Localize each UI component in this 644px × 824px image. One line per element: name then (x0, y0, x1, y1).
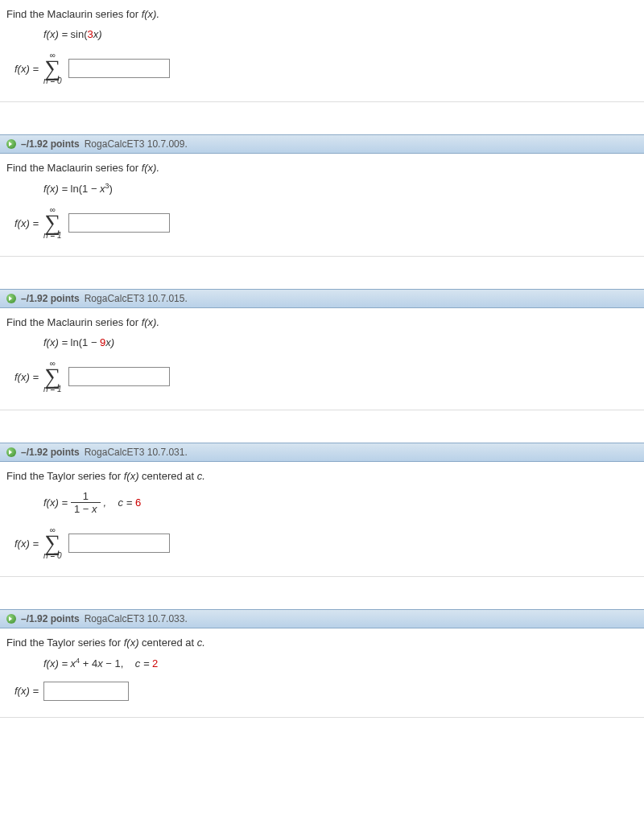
sigma-bottom: n = 1 (43, 232, 62, 240)
fx-equals: f(x) = (14, 538, 39, 550)
sigma-icon: ∞ ∑ n = 1 (43, 206, 62, 240)
question-body: Find the Maclaurin series for f(x). f(x)… (0, 154, 644, 257)
expand-icon[interactable] (6, 294, 16, 303)
func-lhs: f(x) = (43, 658, 71, 670)
prompt-c: c. (197, 470, 205, 482)
sigma-icon: ∞ ∑ n = 1 (43, 360, 62, 393)
answer-input[interactable] (68, 59, 170, 78)
fx-equals: f(x) = (14, 371, 39, 383)
func-rhs-c: x) (93, 28, 102, 40)
answer-input[interactable] (68, 367, 170, 386)
answer-input[interactable] (68, 534, 170, 553)
prompt-fx: f(x). (142, 162, 159, 174)
c-label: c = (135, 658, 152, 670)
prompt-text: Find the Maclaurin series for f(x). (6, 162, 638, 174)
function-definition: f(x) = ln(1 − x3) (43, 182, 638, 195)
sigma-bottom: n = 1 (43, 385, 62, 393)
function-definition: f(x) = x4 + 4x − 1, c = 2 (43, 657, 638, 670)
question-1: Find the Maclaurin series for f(x). f(x)… (0, 0, 644, 102)
source-label: RogaCalcET3 10.7.033. (85, 613, 188, 624)
points-label: –/1.92 points (21, 447, 80, 458)
sigma-bottom: n = 0 (43, 552, 62, 560)
function-definition: f(x) = ln(1 − 9x) (43, 336, 638, 348)
expand-icon[interactable] (6, 614, 16, 624)
prompt-c: c. (197, 637, 205, 649)
prompt-post: centered at (139, 637, 197, 649)
frac-num: 1 (71, 490, 101, 503)
question-body: Find the Taylor series for f(x) centered… (0, 462, 644, 577)
func-rhs-c: x) (105, 336, 114, 348)
fx-equals: f(x) = (14, 217, 39, 229)
c-value: 2 (152, 658, 158, 670)
fraction: 1 1 − x (71, 490, 101, 515)
func-rhs-e: − 1, (103, 658, 135, 670)
sigma-symbol: ∑ (44, 534, 60, 552)
prompt-text: Find the Taylor series for f(x) centered… (6, 470, 638, 482)
question-header[interactable]: –/1.92 points RogaCalcET3 10.7.033. (0, 609, 644, 628)
den-b: x (92, 503, 97, 515)
func-rhs-a: sin( (71, 28, 88, 40)
source-label: RogaCalcET3 10.7.009. (85, 138, 188, 150)
question-body: Find the Maclaurin series for f(x). f(x)… (0, 308, 644, 410)
func-rhs-a: ln(1 − (71, 336, 101, 348)
sigma-icon: ∞ ∑ n = 0 (43, 52, 62, 85)
sigma-bottom: n = 0 (43, 77, 62, 85)
prompt-fx: f(x) (124, 470, 139, 482)
prompt-post: centered at (139, 470, 197, 482)
expand-icon[interactable] (6, 447, 16, 457)
prompt-fx: f(x). (142, 8, 159, 20)
question-4: –/1.92 points RogaCalcET3 10.7.031. Find… (0, 443, 644, 577)
prompt-text: Find the Maclaurin series for f(x). (6, 8, 638, 20)
expand-icon[interactable] (6, 139, 16, 149)
func-rhs-c: + 4 (80, 658, 97, 670)
func-lhs: f(x) = (43, 28, 71, 40)
answer-row: f(x) = ∞ ∑ n = 0 (14, 52, 638, 85)
prompt-fx: f(x) (124, 637, 139, 649)
fx-equals: f(x) = (14, 63, 39, 75)
prompt-pre: Find the Taylor series for (6, 470, 124, 482)
prompt-pre: Find the Maclaurin series for (6, 316, 142, 328)
prompt-pre: Find the Taylor series for (6, 637, 124, 649)
question-2: –/1.92 points RogaCalcET3 10.7.009. Find… (0, 134, 644, 257)
function-definition: f(x) = sin(3x) (43, 28, 638, 40)
answer-row: f(x) = ∞ ∑ n = 0 (14, 526, 638, 560)
func-rhs-b: 3 (88, 28, 93, 40)
answer-row: f(x) = (14, 682, 638, 701)
question-body: Find the Maclaurin series for f(x). f(x)… (0, 0, 644, 102)
func-lhs: f(x) = (43, 183, 71, 195)
points-label: –/1.92 points (21, 138, 80, 150)
func-lhs: f(x) = (43, 336, 71, 348)
question-5: –/1.92 points RogaCalcET3 10.7.033. Find… (0, 609, 644, 717)
answer-input[interactable] (68, 213, 170, 233)
question-header[interactable]: –/1.92 points RogaCalcET3 10.7.031. (0, 443, 644, 462)
prompt-pre: Find the Maclaurin series for (6, 162, 142, 174)
answer-input[interactable] (43, 682, 129, 701)
points-label: –/1.92 points (21, 293, 80, 304)
den-a: 1 − (74, 503, 92, 515)
c-value: 6 (135, 496, 141, 509)
comma-c: , c = (104, 496, 135, 509)
question-header[interactable]: –/1.92 points RogaCalcET3 10.7.009. (0, 134, 644, 154)
prompt-pre: Find the Maclaurin series for (6, 8, 142, 20)
question-3: –/1.92 points RogaCalcET3 10.7.015. Find… (0, 289, 644, 410)
points-label: –/1.92 points (21, 613, 80, 624)
answer-row: f(x) = ∞ ∑ n = 1 (14, 206, 638, 240)
sigma-icon: ∞ ∑ n = 0 (43, 526, 62, 560)
func-lhs: f(x) = (43, 496, 68, 509)
sigma-symbol: ∑ (44, 368, 60, 385)
fx-equals: f(x) = (14, 685, 39, 697)
prompt-text: Find the Maclaurin series for f(x). (6, 316, 638, 328)
frac-den: 1 − x (71, 503, 101, 515)
question-body: Find the Taylor series for f(x) centered… (0, 628, 644, 717)
question-header[interactable]: –/1.92 points RogaCalcET3 10.7.015. (0, 289, 644, 308)
function-definition: f(x) = 1 1 − x , c = 6 (43, 490, 638, 515)
source-label: RogaCalcET3 10.7.031. (85, 447, 188, 458)
source-label: RogaCalcET3 10.7.015. (85, 293, 188, 304)
prompt-fx: f(x). (142, 316, 159, 328)
sigma-symbol: ∑ (44, 60, 60, 77)
func-rhs-a: ln(1 − (71, 183, 101, 195)
func-rhs-d: ) (109, 183, 113, 195)
sigma-symbol: ∑ (44, 214, 60, 232)
answer-row: f(x) = ∞ ∑ n = 1 (14, 360, 638, 393)
prompt-text: Find the Taylor series for f(x) centered… (6, 637, 638, 649)
